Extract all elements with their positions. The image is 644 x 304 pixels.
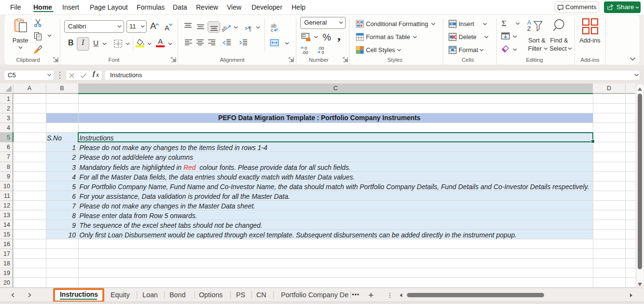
svg-text:.00: .00 [302, 50, 308, 55]
svg-text:A: A [527, 19, 532, 26]
svg-text:Z: Z [527, 26, 531, 31]
svg-text:0: 0 [322, 50, 324, 55]
svg-text:ab: ab [222, 25, 228, 32]
svg-text:¶: ¶ [248, 25, 252, 32]
svg-text:c: c [271, 27, 273, 33]
